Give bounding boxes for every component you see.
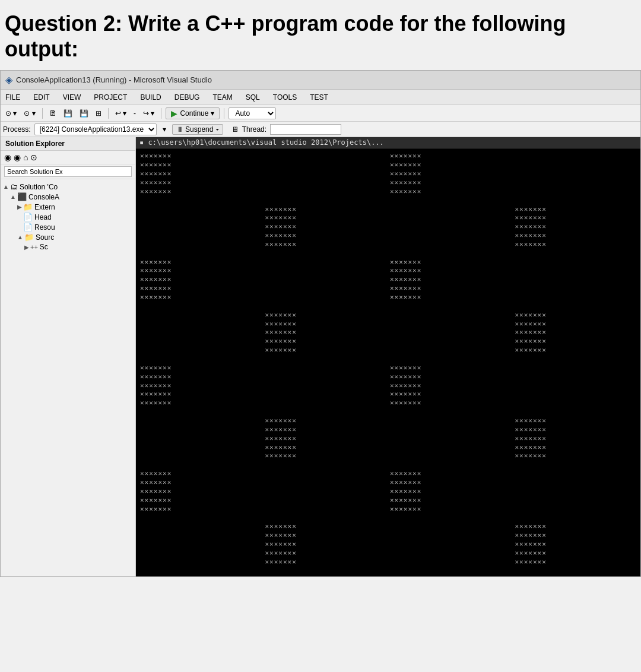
pattern-cell	[513, 257, 639, 310]
suspend-icon: ⏸	[176, 125, 183, 134]
config-dropdown[interactable]: Auto	[229, 107, 276, 119]
x-line: ✕✕✕✕✕✕✕	[265, 417, 387, 426]
thread-input[interactable]	[270, 124, 341, 135]
menu-test[interactable]: TEST	[307, 92, 331, 103]
x-line: ✕✕✕✕✕✕✕	[515, 311, 637, 320]
menu-team[interactable]: TEAM	[210, 92, 234, 103]
x-line: ✕✕✕✕✕✕✕	[265, 435, 387, 443]
se-icon-3[interactable]: ⊙	[30, 153, 37, 162]
redo-btn[interactable]: ↪ ▾	[141, 108, 157, 119]
menu-tools[interactable]: TOOLS	[271, 92, 299, 103]
x-line: ✕✕✕✕✕✕✕	[140, 161, 262, 170]
menu-file[interactable]: FILE	[3, 92, 23, 103]
se-item-external[interactable]: ▶ 📁 Extern	[1, 202, 135, 212]
se-label-resources: Resou	[34, 223, 55, 232]
process-select[interactable]: [6224] ConsoleApplication13.exe	[34, 123, 157, 135]
x-line: ✕✕✕✕✕✕✕	[390, 188, 512, 196]
console-path-bar: ▪ c:\users\hp01\documents\visual studio …	[136, 137, 640, 148]
se-icon-source-child: ++	[30, 243, 38, 251]
x-line: ✕✕✕✕✕✕✕	[140, 382, 262, 391]
se-search-container	[1, 164, 135, 179]
se-icon-headers: 📄	[23, 213, 33, 221]
se-icon-home[interactable]: ⌂	[23, 153, 28, 162]
pattern-cell: ✕✕✕✕✕✕✕✕✕✕✕✕✕✕✕✕✕✕✕✕✕✕✕✕✕✕✕✕✕✕✕✕✕✕✕	[388, 468, 513, 521]
menu-debug[interactable]: DEBUG	[172, 92, 202, 103]
toolbar-btn-3[interactable]: 💾	[77, 108, 91, 119]
undo-btn[interactable]: ↩ ▾	[113, 108, 129, 119]
se-icon-2[interactable]: ◉	[14, 153, 21, 162]
menu-project[interactable]: PROJECT	[91, 92, 129, 103]
pattern-cell	[138, 521, 264, 574]
x-line: ✕✕✕✕✕✕✕	[390, 470, 512, 478]
se-item-sources[interactable]: ▲ 📁 Sourc	[1, 232, 135, 242]
x-line: ✕✕✕✕✕✕✕	[140, 284, 262, 293]
pattern-cell: ✕✕✕✕✕✕✕✕✕✕✕✕✕✕✕✕✕✕✕✕✕✕✕✕✕✕✕✕✕✕✕✕✕✕✕	[264, 416, 389, 468]
pattern-cell	[138, 416, 264, 468]
suspend-btn[interactable]: ⏸ Suspend ▾	[172, 124, 223, 135]
continue-btn[interactable]: ▶ Continue ▾	[166, 107, 220, 119]
pattern-cell	[138, 310, 264, 363]
se-header: Solution Explorer	[1, 137, 135, 151]
continue-arrow: ▾	[211, 109, 214, 118]
toolbar-btn-1[interactable]: 🖹	[47, 108, 59, 119]
x-line: ✕✕✕✕✕✕✕	[515, 417, 637, 426]
x-line: ✕✕✕✕✕✕✕	[390, 382, 512, 391]
x-line: ✕✕✕✕✕✕✕	[515, 540, 637, 549]
x-line: ✕✕✕✕✕✕✕	[140, 170, 262, 179]
x-line: ✕✕✕✕✕✕✕	[265, 320, 387, 329]
se-icons-row: ◉ ◉ ⌂ ⊙	[1, 151, 135, 164]
menu-build[interactable]: BUILD	[138, 92, 163, 103]
x-line: ✕✕✕✕✕✕✕	[265, 346, 387, 355]
x-line: ✕✕✕✕✕✕✕	[515, 205, 637, 214]
pattern-cell	[264, 363, 389, 416]
se-item-resources[interactable]: ▶ 📄 Resou	[1, 222, 135, 232]
pattern-cell: ✕✕✕✕✕✕✕✕✕✕✕✕✕✕✕✕✕✕✕✕✕✕✕✕✕✕✕✕✕✕✕✕✕✕✕	[138, 257, 264, 310]
menu-view[interactable]: VIEW	[61, 92, 84, 103]
menu-edit[interactable]: EDIT	[31, 92, 52, 103]
pattern-cell: ✕✕✕✕✕✕✕✕✕✕✕✕✕✕✕✕✕✕✕✕✕✕✕✕✕✕✕✕✕✕✕✕✕✕✕	[138, 363, 264, 416]
se-tree: ▲ 🗂 Solution 'Co ▲ ⬛ ConsoleA ▶ 📁 Extern	[1, 179, 135, 254]
pattern-cell: ✕✕✕✕✕✕✕✕✕✕✕✕✕✕✕✕✕✕✕✕✕✕✕✕✕✕✕✕✕✕✕✕✕✕✕	[388, 151, 513, 204]
x-line: ✕✕✕✕✕✕✕	[390, 275, 512, 284]
x-line: ✕✕✕✕✕✕✕	[390, 373, 512, 382]
se-icon-resources: 📄	[23, 223, 33, 232]
x-line: ✕✕✕✕✕✕✕	[390, 284, 512, 293]
pattern-cell: ✕✕✕✕✕✕✕✕✕✕✕✕✕✕✕✕✕✕✕✕✕✕✕✕✕✕✕✕✕✕✕✕✕✕✕	[513, 310, 639, 363]
se-icon-1[interactable]: ◉	[4, 153, 11, 162]
toolbar-btn-2[interactable]: 💾	[61, 108, 75, 119]
pattern-cell: ✕✕✕✕✕✕✕✕✕✕✕✕✕✕✕✕✕✕✕✕✕✕✕✕✕✕✕✕✕✕✕✕✕✕✕	[264, 204, 389, 257]
x-line: ✕✕✕✕✕✕✕	[140, 179, 262, 188]
x-line: ✕✕✕✕✕✕✕	[140, 275, 262, 284]
x-line: ✕✕✕✕✕✕✕	[515, 214, 637, 223]
se-label-source-child: Sc	[40, 243, 48, 251]
x-line: ✕✕✕✕✕✕✕	[265, 232, 387, 240]
solution-explorer: Solution Explorer ◉ ◉ ⌂ ⊙ ▲ 🗂 Solution '…	[1, 137, 136, 576]
toolbar-btn-4[interactable]: ⊞	[93, 108, 104, 119]
suspend-arrow: ▾	[215, 125, 219, 134]
x-line: ✕✕✕✕✕✕✕	[140, 293, 262, 302]
se-item-consoleapp[interactable]: ▲ ⬛ ConsoleA	[1, 192, 135, 202]
x-line: ✕✕✕✕✕✕✕	[390, 161, 512, 170]
x-line: ✕✕✕✕✕✕✕	[265, 311, 387, 320]
x-line: ✕✕✕✕✕✕✕	[390, 170, 512, 179]
menu-sql[interactable]: SQL	[243, 92, 262, 103]
se-icon-external: 📁	[23, 202, 33, 211]
se-item-headers[interactable]: ▶ 📄 Head	[1, 212, 135, 222]
x-line: ✕✕✕✕✕✕✕	[390, 179, 512, 188]
toolbar-sep-1	[42, 108, 43, 119]
console-path-text: c:\users\hp01\documents\visual studio 20…	[148, 138, 383, 147]
se-item-source-child[interactable]: ▶ ++ Sc	[1, 242, 135, 252]
x-line: ✕✕✕✕✕✕✕	[515, 522, 637, 531]
pattern-cell	[138, 204, 264, 257]
x-line: ✕✕✕✕✕✕✕	[140, 478, 262, 487]
x-line: ✕✕✕✕✕✕✕	[140, 364, 262, 373]
x-line: ✕✕✕✕✕✕✕	[265, 328, 387, 337]
x-line: ✕✕✕✕✕✕✕	[390, 293, 512, 302]
x-line: ✕✕✕✕✕✕✕	[140, 496, 262, 505]
x-line: ✕✕✕✕✕✕✕	[140, 390, 262, 399]
forward-btn[interactable]: ⊙ ▾	[21, 108, 37, 119]
search-input[interactable]	[4, 166, 132, 177]
se-item-solution[interactable]: ▲ 🗂 Solution 'Co	[1, 182, 135, 192]
x-line: ✕✕✕✕✕✕✕	[140, 470, 262, 478]
back-btn[interactable]: ⊙ ▾	[3, 108, 19, 119]
